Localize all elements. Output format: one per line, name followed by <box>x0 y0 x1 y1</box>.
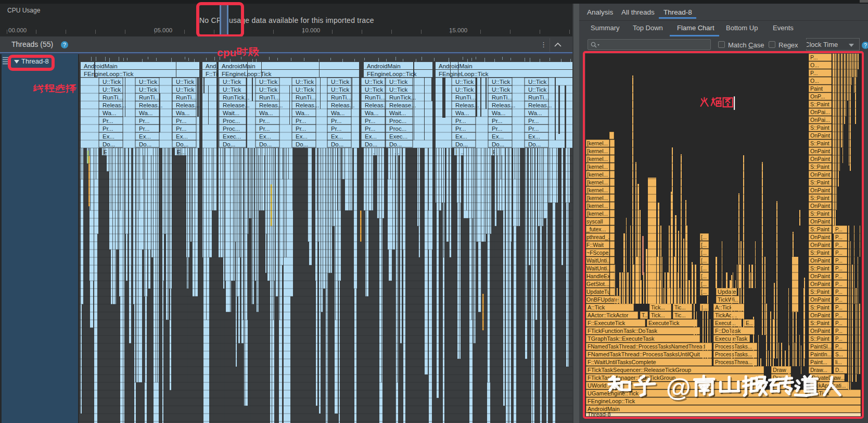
svg-text:U::Tick: U::Tick <box>389 79 408 85</box>
svg-text:AndroidMain: AndroidMain <box>222 63 256 69</box>
svg-text:RunTi...: RunTi... <box>331 94 352 101</box>
svg-text:AndroidMain: AndroidMain <box>84 63 118 69</box>
svg-text:U::Tick: U::Tick <box>223 79 241 85</box>
svg-text:Pr...: Pr... <box>139 126 149 132</box>
svg-text:Ex...: Ex... <box>492 133 504 140</box>
svg-text:Wa...: Wa... <box>365 110 378 116</box>
svg-text:Pr...: Pr... <box>103 118 113 124</box>
svg-text:AndroidMain: AndroidMain <box>439 63 473 69</box>
svg-text:Wa...: Wa... <box>492 110 505 116</box>
svg-text:Pr...: Pr... <box>365 126 375 132</box>
svg-text:RunTi...: RunTi... <box>365 94 386 101</box>
svg-text:Proc...: Proc... <box>223 118 240 124</box>
svg-text:U::Tick: U::Tick <box>296 79 314 85</box>
svg-text:FEngineLoop::Tick: FEngineLoop::Tick <box>222 71 272 77</box>
svg-text:U::Tick: U::Tick <box>176 86 195 93</box>
svg-text:U::Tick: U::Tick <box>492 79 510 85</box>
svg-text:Do...: Do... <box>139 141 151 147</box>
svg-text:Wait...: Wait... <box>223 110 239 116</box>
svg-text:U::Tick: U::Tick <box>139 86 158 93</box>
svg-text:U::Tick: U::Tick <box>455 79 474 85</box>
svg-text:Do...: Do... <box>389 141 402 147</box>
svg-text:U::Tick: U::Tick <box>492 86 510 93</box>
svg-text:RunTi...: RunTi... <box>492 94 513 101</box>
svg-text:Proc...: Proc... <box>389 126 406 132</box>
svg-text:RunTi...: RunTi... <box>259 94 280 101</box>
svg-text:Pr...: Pr... <box>259 118 270 124</box>
svg-text:Ex...: Ex... <box>176 133 188 140</box>
svg-text:Do...: Do... <box>528 141 541 147</box>
svg-text:Ex...: Ex... <box>528 133 540 140</box>
svg-text:Do...: Do... <box>296 141 308 147</box>
svg-text:Wa...: Wa... <box>176 110 189 116</box>
svg-text:Pr...: Pr... <box>331 126 341 132</box>
svg-text:FEngineLoop::Tick: FEngineLoop::Tick <box>84 71 134 77</box>
svg-text:Release...: Release... <box>223 102 250 108</box>
svg-text:Ex...: Ex... <box>139 133 151 140</box>
svg-text:Pr...: Pr... <box>139 118 149 124</box>
svg-text:Pr...: Pr... <box>259 126 270 132</box>
svg-text:U::Tick: U::Tick <box>103 86 121 93</box>
svg-text:RunTi...: RunTi... <box>455 94 476 101</box>
svg-text:Pr...: Pr... <box>492 118 502 124</box>
svg-text:U::Tick: U::Tick <box>176 79 195 85</box>
svg-text:Do...: Do... <box>331 141 343 147</box>
svg-text:U::Tick: U::Tick <box>455 86 474 93</box>
svg-text:Pr...: Pr... <box>455 126 466 132</box>
svg-text:Wa...: Wa... <box>103 110 116 116</box>
svg-text:Releas...: Releas... <box>331 102 354 108</box>
svg-text:U::Tick: U::Tick <box>365 86 384 93</box>
svg-text:Ex...: Ex... <box>259 133 271 140</box>
svg-text:Ex...: Ex... <box>103 133 114 140</box>
svg-text:E...: E... <box>177 149 186 155</box>
svg-text:U::Tick: U::Tick <box>389 86 408 93</box>
svg-text:Ex...: Ex... <box>455 133 467 140</box>
svg-text:Proc...: Proc... <box>223 126 240 132</box>
svg-text:Proc...: Proc... <box>389 118 406 124</box>
svg-text:U::Tick: U::Tick <box>103 79 121 85</box>
svg-text:RunTick...: RunTick... <box>223 94 249 101</box>
svg-text:RunTick...: RunTick... <box>389 94 416 101</box>
svg-text:Ex...: Ex... <box>365 133 377 140</box>
svg-text:Pr...: Pr... <box>455 118 466 124</box>
svg-text:Pr...: Pr... <box>296 118 306 124</box>
svg-text:U::Tick: U::Tick <box>365 79 384 85</box>
svg-text:Ex...: Ex... <box>296 133 308 140</box>
svg-text:Do...: Do... <box>176 141 188 147</box>
svg-text:Releas...: Releas... <box>103 102 126 108</box>
svg-text:Pr...: Pr... <box>331 118 341 124</box>
svg-text:Do...: Do... <box>223 141 235 147</box>
svg-text:Do...: Do... <box>103 141 115 147</box>
svg-text:Exec...: Exec... <box>389 133 407 140</box>
svg-text:U::Tick: U::Tick <box>259 79 278 85</box>
svg-text:U::Tick: U::Tick <box>528 86 547 93</box>
svg-text:Do...: Do... <box>492 141 504 147</box>
svg-text:Do...: Do... <box>259 141 272 147</box>
svg-text:Exec...: Exec... <box>223 133 241 140</box>
svg-text:RunTi...: RunTi... <box>176 94 197 101</box>
svg-text:Pr...: Pr... <box>296 126 306 132</box>
svg-text:U::Tick: U::Tick <box>528 79 547 85</box>
svg-text:AndroidMain: AndroidMain <box>367 63 401 69</box>
svg-text:U::Tick: U::Tick <box>139 79 158 85</box>
svg-text:FEngineLoop::Tick: FEngineLoop::Tick <box>367 71 417 77</box>
svg-text:Pr...: Pr... <box>528 118 539 124</box>
svg-text:U::Tick: U::Tick <box>259 86 278 93</box>
svg-text:U::Tick: U::Tick <box>331 79 350 85</box>
svg-text:Releas...: Releas... <box>455 102 479 108</box>
svg-text:Release...: Release... <box>389 102 416 108</box>
svg-text:Wa...: Wa... <box>296 110 309 116</box>
svg-text:Pr...: Pr... <box>103 126 113 132</box>
svg-text:Wa...: Wa... <box>331 110 344 116</box>
svg-text:Wa...: Wa... <box>528 110 542 116</box>
svg-text:FEngineLoop::Tick: FEngineLoop::Tick <box>439 71 489 77</box>
svg-text:Releas...: Releas... <box>296 102 319 108</box>
svg-text:Wa...: Wa... <box>455 110 469 116</box>
svg-text:Do...: Do... <box>455 141 468 147</box>
svg-text:Releas...: Releas... <box>492 102 515 108</box>
svg-text:Pr...: Pr... <box>176 118 186 124</box>
svg-text:Releas...: Releas... <box>528 102 552 108</box>
svg-text:U::Tick: U::Tick <box>331 86 350 93</box>
svg-text:Wait...: Wait... <box>389 110 406 116</box>
svg-text:Releas...: Releas... <box>259 102 283 108</box>
